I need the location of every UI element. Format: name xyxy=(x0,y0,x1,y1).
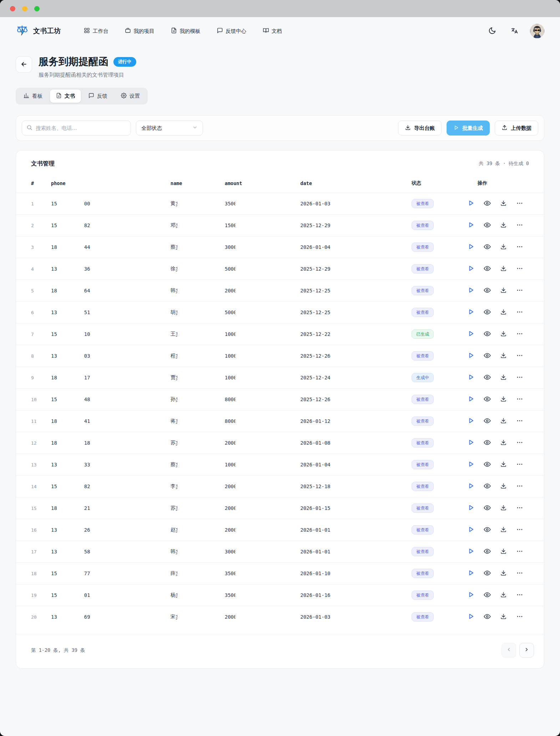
batch-generate-button[interactable]: 批量生成 xyxy=(447,121,490,136)
nav-item-docs[interactable]: 文档 xyxy=(263,27,282,35)
view-row-button[interactable] xyxy=(484,613,491,621)
tab-documents[interactable]: 文书 xyxy=(50,90,81,103)
user-avatar[interactable] xyxy=(530,24,544,38)
nav-item-my-projects[interactable]: 我的项目 xyxy=(125,27,154,35)
row-more-button[interactable] xyxy=(516,395,523,404)
download-row-button[interactable] xyxy=(500,200,507,208)
download-row-button[interactable] xyxy=(500,417,507,425)
generate-row-button[interactable] xyxy=(468,287,474,295)
download-row-button[interactable] xyxy=(500,265,507,273)
nav-item-my-templates[interactable]: 我的模板 xyxy=(171,27,200,35)
generate-row-button[interactable] xyxy=(468,374,474,382)
download-row-button[interactable] xyxy=(500,330,507,338)
generate-row-button[interactable] xyxy=(468,308,474,316)
generate-row-button[interactable] xyxy=(468,569,474,577)
download-row-button[interactable] xyxy=(500,243,507,251)
generate-row-button[interactable] xyxy=(468,548,474,556)
generate-row-button[interactable] xyxy=(468,330,474,338)
row-more-button[interactable] xyxy=(516,243,523,251)
view-row-button[interactable] xyxy=(484,504,491,512)
tab-dashboard[interactable]: 看板 xyxy=(17,90,49,103)
minimize-window-button[interactable] xyxy=(22,6,27,11)
view-row-button[interactable] xyxy=(484,330,491,338)
generate-row-button[interactable] xyxy=(468,221,474,229)
generate-row-button[interactable] xyxy=(468,526,474,534)
row-more-button[interactable] xyxy=(516,330,523,338)
download-row-button[interactable] xyxy=(500,504,507,512)
next-page-button[interactable] xyxy=(519,643,534,658)
row-more-button[interactable] xyxy=(516,439,523,447)
generate-row-button[interactable] xyxy=(468,482,474,490)
view-row-button[interactable] xyxy=(484,221,491,230)
generate-row-button[interactable] xyxy=(468,395,474,403)
upload-data-button[interactable]: 上传数据 xyxy=(495,121,538,136)
generate-row-button[interactable] xyxy=(468,591,474,599)
row-more-button[interactable] xyxy=(516,548,523,556)
row-more-button[interactable] xyxy=(516,526,523,534)
search-input[interactable] xyxy=(36,125,126,131)
back-button[interactable] xyxy=(16,56,32,73)
dark-mode-toggle[interactable] xyxy=(486,25,499,37)
view-row-button[interactable] xyxy=(484,461,491,469)
row-more-button[interactable] xyxy=(516,569,523,578)
generate-row-button[interactable] xyxy=(468,417,474,425)
view-row-button[interactable] xyxy=(484,243,491,251)
generate-row-button[interactable] xyxy=(468,461,474,469)
row-more-button[interactable] xyxy=(516,613,523,621)
zoom-window-button[interactable] xyxy=(34,6,40,11)
view-row-button[interactable] xyxy=(484,352,491,360)
row-more-button[interactable] xyxy=(516,374,523,382)
generate-row-button[interactable] xyxy=(468,439,474,447)
generate-row-button[interactable] xyxy=(468,352,474,360)
language-toggle[interactable] xyxy=(508,25,521,37)
download-row-button[interactable] xyxy=(500,287,507,295)
download-row-button[interactable] xyxy=(500,613,507,621)
row-more-button[interactable] xyxy=(516,265,523,273)
close-window-button[interactable] xyxy=(10,6,15,11)
row-more-button[interactable] xyxy=(516,417,523,425)
download-row-button[interactable] xyxy=(500,569,507,577)
export-ledger-button[interactable]: 导出台账 xyxy=(398,121,442,136)
view-row-button[interactable] xyxy=(484,591,491,599)
status-filter-select[interactable]: 全部状态 xyxy=(136,121,203,136)
download-row-button[interactable] xyxy=(500,591,507,599)
download-row-button[interactable] xyxy=(500,526,507,534)
download-row-button[interactable] xyxy=(500,395,507,403)
view-row-button[interactable] xyxy=(484,417,491,425)
nav-item-feedback-center[interactable]: 反馈中心 xyxy=(217,27,246,35)
prev-page-button[interactable] xyxy=(502,643,516,658)
download-row-button[interactable] xyxy=(500,548,507,556)
generate-row-button[interactable] xyxy=(468,265,474,273)
view-row-button[interactable] xyxy=(484,439,491,447)
tab-feedback[interactable]: 反馈 xyxy=(82,90,113,103)
view-row-button[interactable] xyxy=(484,374,491,382)
view-row-button[interactable] xyxy=(484,287,491,295)
generate-row-button[interactable] xyxy=(468,200,474,208)
download-row-button[interactable] xyxy=(500,374,507,382)
brand[interactable]: 文书工坊 xyxy=(16,24,61,38)
row-more-button[interactable] xyxy=(516,591,523,599)
download-row-button[interactable] xyxy=(500,461,507,469)
download-row-button[interactable] xyxy=(500,439,507,447)
row-more-button[interactable] xyxy=(516,221,523,230)
view-row-button[interactable] xyxy=(484,200,491,208)
view-row-button[interactable] xyxy=(484,526,491,534)
view-row-button[interactable] xyxy=(484,548,491,556)
row-more-button[interactable] xyxy=(516,504,523,512)
nav-item-workbench[interactable]: 工作台 xyxy=(84,27,108,35)
row-more-button[interactable] xyxy=(516,482,523,491)
row-more-button[interactable] xyxy=(516,200,523,208)
download-row-button[interactable] xyxy=(500,221,507,229)
download-row-button[interactable] xyxy=(500,352,507,360)
row-more-button[interactable] xyxy=(516,287,523,295)
tab-settings[interactable]: 设置 xyxy=(115,90,146,103)
view-row-button[interactable] xyxy=(484,395,491,404)
generate-row-button[interactable] xyxy=(468,613,474,621)
view-row-button[interactable] xyxy=(484,308,491,317)
view-row-button[interactable] xyxy=(484,482,491,491)
generate-row-button[interactable] xyxy=(468,243,474,251)
download-row-button[interactable] xyxy=(500,482,507,490)
row-more-button[interactable] xyxy=(516,461,523,469)
view-row-button[interactable] xyxy=(484,265,491,273)
generate-row-button[interactable] xyxy=(468,504,474,512)
